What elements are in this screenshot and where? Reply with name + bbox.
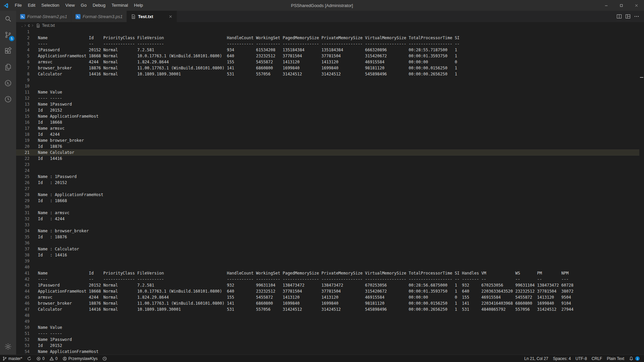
close-window-button[interactable] bbox=[629, 0, 644, 11]
status-encoding[interactable]: UTF-8 bbox=[573, 355, 589, 362]
code-line-21[interactable]: 21Name Calculator bbox=[16, 149, 639, 156]
breadcrumb-file[interactable]: Test.txt bbox=[42, 23, 55, 28]
code-line-6[interactable]: 6armsvc 4244 Normal 1.824.29.8644 155 54… bbox=[16, 59, 639, 65]
code-line-28[interactable]: 28Name : ApplicationFrameHost bbox=[16, 192, 639, 198]
menu-edit[interactable]: Edit bbox=[25, 0, 38, 11]
status-warnings[interactable]: 0 bbox=[47, 355, 60, 362]
code-line-2[interactable]: 2Name Id PriorityClass FileVersion Handl… bbox=[16, 35, 639, 41]
code-line-35[interactable]: 35Id : 18876 bbox=[16, 234, 639, 240]
code-line-4[interactable]: 41Password 20152 Normal 7.2.581 934 6153… bbox=[16, 47, 639, 53]
code-line-42[interactable]: 42---- -- ------------- ----------- ----… bbox=[16, 276, 639, 282]
line-text bbox=[30, 240, 38, 246]
more-actions-button[interactable] bbox=[633, 12, 641, 20]
status-errors[interactable]: 0 bbox=[34, 355, 47, 362]
code-line-8[interactable]: 8Calculator 14416 Normal 10.1809.1809.30… bbox=[16, 71, 639, 77]
code-line-23[interactable]: 23 bbox=[16, 162, 639, 168]
code-line-18[interactable]: 18Id 4244 bbox=[16, 131, 639, 137]
code-line-22[interactable]: 22Id 14416 bbox=[16, 156, 639, 162]
code-line-13[interactable]: 13Name 1Password bbox=[16, 101, 639, 107]
code-line-47[interactable]: 47Calculator 14416 Normal 10.1809.1809.3… bbox=[16, 306, 639, 312]
code-line-17[interactable]: 17Name armsvc bbox=[16, 125, 639, 131]
code-line-9[interactable]: 9 bbox=[16, 77, 639, 83]
code-line-24[interactable]: 24 bbox=[16, 168, 639, 174]
code-line-36[interactable]: 36 bbox=[16, 240, 639, 246]
editor-lines: 12Name Id PriorityClass FileVersion Hand… bbox=[16, 29, 639, 355]
code-line-40[interactable]: 40 bbox=[16, 264, 639, 270]
breadcrumb-item[interactable]: . bbox=[21, 23, 22, 28]
code-line-29[interactable]: 29Id : 18668 bbox=[16, 198, 639, 204]
activity-sessions[interactable] bbox=[0, 91, 16, 107]
tab-format-stream2-ps1[interactable]: Format-Stream2.ps1 bbox=[16, 11, 71, 22]
editor[interactable]: 12Name Id PriorityClass FileVersion Hand… bbox=[16, 29, 644, 355]
activity-settings[interactable] bbox=[0, 339, 16, 355]
code-line-1[interactable]: 1 bbox=[16, 29, 639, 35]
split-editor-button[interactable] bbox=[615, 12, 623, 20]
activity-source-control[interactable]: 5 bbox=[0, 27, 16, 43]
code-line-33[interactable]: 33 bbox=[16, 222, 639, 228]
code-line-37[interactable]: 37Name : Calculator bbox=[16, 246, 639, 252]
code-line-50[interactable]: 50Name Value bbox=[16, 324, 639, 330]
code-line-52[interactable]: 52Name 1Password bbox=[16, 337, 639, 343]
activity-powershell[interactable] bbox=[0, 75, 16, 91]
code-line-25[interactable]: 25Name : 1Password bbox=[16, 174, 639, 180]
line-number: 12 bbox=[16, 95, 30, 101]
menu-terminal[interactable]: Terminal bbox=[108, 0, 131, 11]
code-line-12[interactable]: 12---- ----- bbox=[16, 95, 639, 101]
status-language-mode[interactable]: Plain Text bbox=[604, 355, 627, 362]
code-line-27[interactable]: 27 bbox=[16, 186, 639, 192]
code-line-31[interactable]: 31Name : armsvc bbox=[16, 210, 639, 216]
code-line-53[interactable]: 53Id 20152 bbox=[16, 343, 639, 349]
status-indentation[interactable]: Spaces: 4 bbox=[550, 355, 573, 362]
code-line-48[interactable]: 48 bbox=[16, 312, 639, 318]
code-line-15[interactable]: 15Name ApplicationFrameHost bbox=[16, 113, 639, 119]
code-line-49[interactable]: 49 bbox=[16, 318, 639, 324]
activity-search[interactable] bbox=[0, 11, 16, 27]
editor-layout-button[interactable] bbox=[624, 12, 632, 20]
scrollbar[interactable] bbox=[639, 29, 644, 355]
tab-test-txt[interactable]: Test.txt bbox=[127, 11, 177, 22]
menu-go[interactable]: Go bbox=[78, 0, 90, 11]
breadcrumb-item[interactable]: c bbox=[28, 23, 30, 28]
code-line-51[interactable]: 51---- ----- bbox=[16, 330, 639, 337]
activity-explorer[interactable] bbox=[0, 59, 16, 75]
code-line-45[interactable]: 45armsvc 4244 Normal 1.824.29.8644 155 5… bbox=[16, 294, 639, 300]
maximize-button[interactable] bbox=[614, 0, 629, 11]
status-git-branch[interactable]: master* bbox=[0, 355, 24, 362]
code-line-11[interactable]: 11Name Value bbox=[16, 89, 639, 95]
tab-format-stream3-ps1[interactable]: Format-Stream3.ps1 bbox=[71, 11, 127, 22]
code-line-5[interactable]: 5ApplicationFrameHost 18668 Normal 10.0.… bbox=[16, 53, 639, 59]
code-line-39[interactable]: 39 bbox=[16, 258, 639, 264]
code-line-14[interactable]: 14Id 20152 bbox=[16, 107, 639, 113]
code-line-16[interactable]: 16Id 18668 bbox=[16, 119, 639, 125]
menu-file[interactable]: File bbox=[12, 0, 25, 11]
code-line-7[interactable]: 7browser_broker 18876 Normal 11.00.17763… bbox=[16, 65, 639, 71]
code-line-20[interactable]: 20Id 18876 bbox=[16, 143, 639, 149]
code-line-32[interactable]: 32Id : 4244 bbox=[16, 216, 639, 222]
menu-view[interactable]: View bbox=[62, 0, 78, 11]
code-line-38[interactable]: 38Id : 14416 bbox=[16, 252, 639, 258]
status-notifications[interactable]: 1 bbox=[627, 355, 642, 362]
close-tab-icon[interactable] bbox=[166, 14, 173, 19]
activity-extensions[interactable] bbox=[0, 43, 16, 59]
code-line-54[interactable]: 54Name ApplicationFrameHost bbox=[16, 349, 639, 355]
status-eol[interactable]: CRLF bbox=[589, 355, 604, 362]
code-line-30[interactable]: 30 bbox=[16, 204, 639, 210]
menu-selection[interactable]: Selection bbox=[38, 0, 62, 11]
code-line-46[interactable]: 46browser_broker 18876 Normal 11.00.1776… bbox=[16, 300, 639, 306]
code-line-34[interactable]: 34Name : browser_broker bbox=[16, 228, 639, 234]
line-text: Name Value bbox=[30, 89, 62, 95]
status-sync[interactable] bbox=[24, 355, 34, 362]
code-line-26[interactable]: 26Id : 20152 bbox=[16, 180, 639, 186]
minimize-button[interactable] bbox=[599, 0, 614, 11]
menu-help[interactable]: Help bbox=[131, 0, 146, 11]
code-line-3[interactable]: 3---- -- ------------- ----------- -----… bbox=[16, 41, 639, 47]
code-line-19[interactable]: 19Name browser_broker bbox=[16, 137, 639, 143]
code-line-10[interactable]: 10 bbox=[16, 83, 639, 89]
status-cursor-position[interactable]: Ln 21, Col 27 bbox=[522, 355, 550, 362]
status-account[interactable]: PrzemyslawKlys bbox=[60, 355, 100, 362]
code-line-43[interactable]: 431Password 20152 Normal 7.2.581 932 996… bbox=[16, 282, 639, 288]
menu-debug[interactable]: Debug bbox=[90, 0, 108, 11]
code-line-41[interactable]: 41Name Id PriorityClass FileVersion Hand… bbox=[16, 270, 639, 276]
status-time-tracker[interactable] bbox=[100, 355, 109, 362]
code-line-44[interactable]: 44ApplicationFrameHost 18668 Normal 10.0… bbox=[16, 288, 639, 294]
